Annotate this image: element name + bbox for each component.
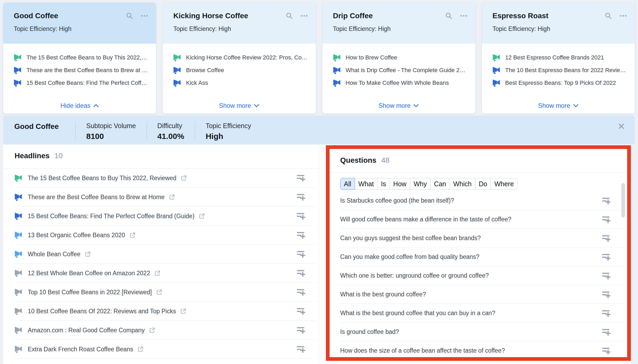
questions-section: Questions 48 All What Is How Why Can Whi…	[326, 145, 631, 361]
megaphone-icon	[14, 79, 22, 87]
card-headline-text: 12 Best Espresso Coffee Brands 2021	[505, 54, 604, 61]
card-headline-text: The 10 Best Espresso Beans for 2022 Revi…	[505, 67, 627, 74]
external-link-icon[interactable]	[169, 194, 175, 200]
headline-row: Whole Bean Coffee	[3, 245, 319, 264]
add-to-list-icon[interactable]	[297, 288, 306, 297]
add-to-list-icon[interactable]	[602, 196, 611, 205]
external-link-icon[interactable]	[137, 346, 143, 352]
add-to-list-icon[interactable]	[602, 271, 611, 280]
question-filter-chip[interactable]: Is	[377, 178, 390, 190]
search-icon[interactable]	[286, 12, 293, 20]
add-to-list-icon[interactable]	[297, 174, 306, 183]
card-toggle-link[interactable]: Show more	[163, 101, 316, 110]
card-toggle-link[interactable]: Show more	[482, 101, 635, 110]
headline-text: These are the Best Coffee Beans to Brew …	[28, 194, 165, 201]
question-row: Can you guys suggest the best coffee bea…	[330, 229, 627, 248]
question-filter-chip[interactable]: Which	[450, 178, 475, 190]
add-to-list-icon[interactable]	[297, 231, 306, 240]
add-to-list-icon[interactable]	[602, 346, 611, 355]
megaphone-icon	[493, 54, 500, 61]
question-row: What is the best ground coffee that you …	[330, 304, 627, 323]
megaphone-icon	[14, 67, 22, 74]
more-options-icon[interactable]	[300, 12, 308, 20]
external-link-icon[interactable]	[85, 251, 91, 257]
more-options-icon[interactable]	[460, 12, 467, 20]
card-headline-text: Best Espresso Beans: Top 9 Picks Of 2022	[505, 80, 616, 86]
question-filters: All What Is How Why Can Which Do Where	[340, 178, 518, 190]
external-link-icon[interactable]	[129, 232, 135, 238]
headline-text: Whole Bean Coffee	[28, 251, 80, 258]
section-divider	[330, 172, 627, 173]
topic-card-title: Kicking Horse Coffee	[173, 12, 278, 20]
topic-card[interactable]: Kicking Horse Coffee Topic Efficiency: H…	[163, 3, 316, 114]
headline-text: 15 Best Coffee Beans: Find The Perfect C…	[28, 213, 194, 220]
topic-card-title: Good Coffee	[14, 12, 119, 20]
headline-text: 13 Best Organic Coffee Beans 2020	[28, 232, 125, 239]
headline-text: 12 Best Whole Bean Coffee on Amazon 2022	[28, 270, 150, 277]
megaphone-icon	[15, 346, 22, 353]
question-text: Will good coffee beans make a difference…	[340, 216, 511, 223]
question-filter-chip[interactable]: Do	[475, 178, 491, 190]
card-headline-idea: How To Make Coffee With Whole Beans	[333, 77, 468, 89]
add-to-list-icon[interactable]	[602, 253, 611, 262]
content-panel: Headlines 10 The 15 Best Coffee Beans to…	[3, 144, 631, 364]
topic-efficiency-label: Topic Efficiency: High	[493, 25, 627, 32]
external-link-icon[interactable]	[154, 270, 160, 276]
headline-text: Extra Dark French Roast Coffee Beans	[28, 346, 133, 353]
more-options-icon[interactable]	[141, 12, 148, 20]
add-to-list-icon[interactable]	[297, 345, 306, 354]
question-filter-chip[interactable]: All	[340, 178, 355, 190]
question-filter-chip[interactable]: Can	[430, 178, 450, 190]
headline-text: The 15 Best Coffee Beans to Buy This 202…	[28, 175, 176, 182]
megaphone-icon	[15, 231, 22, 239]
add-to-list-icon[interactable]	[297, 250, 306, 259]
add-to-list-icon[interactable]	[297, 193, 306, 202]
question-filter-chip[interactable]: Where	[491, 178, 518, 190]
add-to-list-icon[interactable]	[297, 326, 306, 335]
add-to-list-icon[interactable]	[602, 309, 611, 318]
megaphone-icon	[173, 79, 181, 87]
subtopic-summary-bar: Good Coffee Subtopic Volume 8100 Difficu…	[3, 115, 635, 144]
search-icon[interactable]	[126, 12, 133, 20]
topic-card-title: Espresso Roast	[493, 12, 597, 20]
megaphone-icon	[15, 269, 22, 277]
external-link-icon[interactable]	[180, 308, 186, 314]
add-to-list-icon[interactable]	[297, 212, 306, 221]
card-toggle-link[interactable]: Hide ideas	[3, 101, 156, 110]
card-headline-idea: Best Espresso Beans: Top 9 Picks Of 2022	[493, 77, 627, 89]
card-items: Kicking Horse Coffee Review 2022: Pros, …	[173, 51, 308, 89]
question-filter-chip[interactable]: How	[390, 178, 410, 190]
headline-text: 10 Best Coffee Beans Of 2022: Reviews an…	[28, 308, 176, 315]
card-headline-idea: How to Brew Coffee	[333, 51, 468, 64]
external-link-icon[interactable]	[149, 327, 155, 333]
card-toggle-link[interactable]: Show more	[322, 101, 475, 110]
question-text: Which one is better: unground coffee or …	[340, 272, 489, 279]
add-to-list-icon[interactable]	[602, 215, 611, 224]
add-to-list-icon[interactable]	[602, 234, 611, 243]
external-link-icon[interactable]	[156, 289, 162, 295]
search-icon[interactable]	[605, 12, 612, 20]
card-headline-idea: What is Drip Coffee - The Complete Guide…	[333, 64, 468, 77]
headline-row: These are the Best Coffee Beans to Brew …	[3, 188, 319, 207]
external-link-icon[interactable]	[181, 175, 187, 181]
topic-efficiency-label: Topic Efficiency: High	[333, 25, 467, 32]
topic-card[interactable]: Espresso Roast Topic Efficiency: High	[482, 3, 635, 114]
add-to-list-icon[interactable]	[297, 307, 306, 316]
topic-card[interactable]: Good Coffee Topic Efficiency: High	[3, 3, 156, 114]
card-headline-text: Browse Coffee	[186, 67, 224, 74]
topic-card[interactable]: Drip Coffee Topic Efficiency: High	[322, 3, 475, 114]
question-filter-chip[interactable]: What	[355, 178, 377, 190]
scrollbar-thumb[interactable]	[621, 183, 625, 217]
megaphone-icon	[333, 54, 341, 61]
add-to-list-icon[interactable]	[297, 269, 306, 278]
external-link-icon[interactable]	[199, 213, 205, 219]
more-options-icon[interactable]	[619, 12, 627, 20]
topic-card-header: Kicking Horse Coffee Topic Efficiency: H…	[163, 3, 316, 44]
add-to-list-icon[interactable]	[602, 328, 611, 337]
cards-row: Good Coffee Topic Efficiency: High	[3, 3, 635, 114]
add-to-list-icon[interactable]	[602, 290, 611, 299]
close-icon[interactable]	[618, 123, 625, 130]
search-icon[interactable]	[445, 12, 453, 20]
headline-text: Amazon.com : Real Good Coffee Company	[28, 327, 145, 334]
question-filter-chip[interactable]: Why	[410, 178, 431, 190]
